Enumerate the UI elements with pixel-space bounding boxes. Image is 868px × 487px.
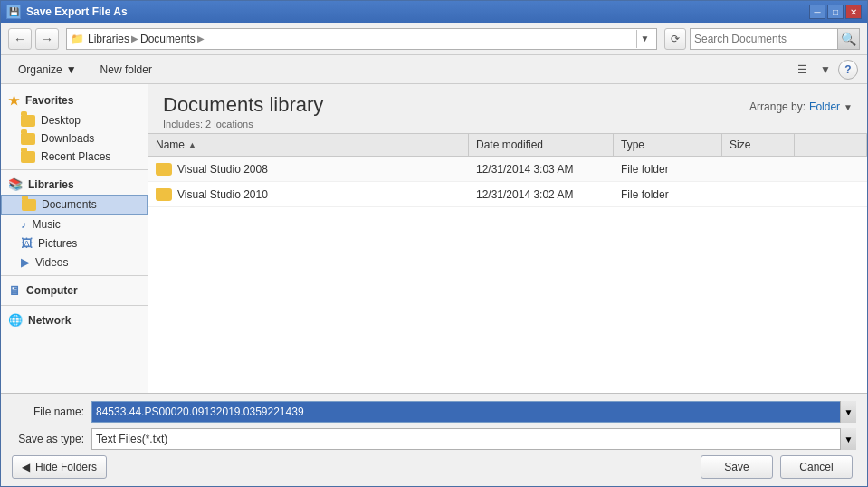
file-area: Documents library Includes: 2 locations …	[148, 84, 867, 393]
library-subtitle: Includes: 2 locations	[163, 119, 323, 129]
col-header-name[interactable]: Name ▲	[148, 134, 469, 156]
libraries-icon: 📚	[8, 177, 23, 191]
arrange-by-value[interactable]: Folder	[809, 100, 840, 113]
address-crumb: Libraries ▶ Documents ▶	[88, 33, 205, 45]
help-button[interactable]: ?	[838, 60, 858, 80]
library-info: Documents library Includes: 2 locations	[163, 93, 323, 129]
col-name-sort-icon: ▲	[188, 140, 196, 149]
videos-icon: ▶	[21, 255, 30, 269]
pictures-label: Pictures	[38, 237, 77, 250]
arrange-by-arrow[interactable]: ▼	[844, 102, 853, 112]
bottom-buttons-row: ◀ Hide Folders Save Cancel	[12, 455, 856, 479]
sidebar-item-downloads[interactable]: Downloads	[1, 129, 148, 148]
computer-icon: 🖥	[8, 283, 21, 298]
main-content: ★ Favorites Desktop Downloads Recent Pla…	[1, 84, 867, 393]
sidebar-item-music[interactable]: ♪ Music	[1, 215, 148, 234]
documents-folder-icon	[22, 199, 36, 211]
dialog-window: 💾 Save Export File As ─ □ ✕ ← → 📁 Librar…	[0, 0, 868, 487]
file-cell-type: File folder	[614, 163, 722, 176]
close-button[interactable]: ✕	[845, 5, 862, 19]
videos-label: Videos	[35, 256, 68, 269]
file-cell-date: 12/31/2014 3:03 AM	[469, 163, 614, 176]
table-row[interactable]: Visual Studio 200812/31/2014 3:03 AMFile…	[148, 157, 867, 182]
libraries-label: Libraries	[28, 178, 74, 191]
refresh-button[interactable]: ⟳	[664, 28, 686, 50]
address-bar[interactable]: 📁 Libraries ▶ Documents ▶ ▼	[66, 28, 657, 50]
toolbar: ← → 📁 Libraries ▶ Documents ▶ ▼ ⟳ 🔍	[1, 23, 867, 55]
filetype-display: Text Files(*.txt)	[91, 428, 856, 450]
sidebar-item-recent-places[interactable]: Recent Places	[1, 148, 148, 166]
organize-label: Organize	[18, 63, 62, 76]
filename-input[interactable]	[91, 401, 856, 423]
sidebar: ★ Favorites Desktop Downloads Recent Pla…	[1, 84, 148, 393]
sidebar-item-videos[interactable]: ▶ Videos	[1, 253, 148, 272]
column-headers: Name ▲ Date modified Type Size	[148, 133, 867, 157]
filetype-row: Save as type: Text Files(*.txt) ▼	[12, 428, 856, 450]
filename-dropdown-button[interactable]: ▼	[840, 401, 856, 423]
new-folder-button[interactable]: New folder	[92, 59, 160, 81]
sidebar-item-pictures[interactable]: 🖼 Pictures	[1, 234, 148, 253]
favorites-label: Favorites	[25, 94, 73, 107]
organize-button[interactable]: Organize ▼	[10, 59, 85, 81]
crumb-documents[interactable]: Documents	[140, 33, 196, 45]
col-header-date[interactable]: Date modified	[469, 134, 614, 156]
sidebar-computer-header[interactable]: 🖥 Computer	[1, 280, 148, 301]
hide-folders-label: Hide Folders	[35, 461, 97, 473]
view-list-button[interactable]: ☰	[791, 59, 813, 81]
crumb-libraries[interactable]: Libraries	[88, 33, 129, 45]
sidebar-divider-1	[1, 169, 148, 170]
address-dropdown-button[interactable]: ▼	[636, 30, 653, 48]
sidebar-libraries-header[interactable]: 📚 Libraries	[1, 174, 148, 195]
filename-input-wrapper: ▼	[91, 401, 856, 423]
music-icon: ♪	[21, 217, 27, 231]
desktop-label: Desktop	[41, 114, 81, 127]
col-header-type[interactable]: Type	[614, 134, 722, 156]
desktop-icon	[21, 115, 35, 127]
sidebar-network-header[interactable]: 🌐 Network	[1, 310, 148, 330]
action-buttons: Save Cancel	[701, 455, 856, 479]
window-icon: 💾	[6, 5, 21, 19]
file-cell-date: 12/31/2014 3:02 AM	[469, 188, 614, 201]
table-row[interactable]: Visual Studio 201012/31/2014 3:02 AMFile…	[148, 182, 867, 207]
filetype-label: Save as type:	[12, 433, 84, 445]
col-header-size[interactable]: Size	[722, 134, 795, 156]
filename-label: File name:	[12, 406, 84, 418]
filetype-value: Text Files(*.txt)	[96, 433, 167, 445]
filetype-select-wrapper: Text Files(*.txt) ▼	[91, 428, 856, 450]
title-bar-left: 💾 Save Export File As	[6, 5, 128, 19]
search-button[interactable]: 🔍	[837, 29, 859, 49]
sidebar-item-desktop[interactable]: Desktop	[1, 111, 148, 129]
cancel-button[interactable]: Cancel	[780, 455, 853, 479]
recent-places-icon	[21, 151, 35, 163]
forward-button[interactable]: →	[35, 28, 59, 50]
hide-folders-button[interactable]: ◀ Hide Folders	[12, 455, 107, 479]
file-cell-type: File folder	[614, 188, 722, 201]
file-folder-icon	[156, 188, 172, 201]
col-size-label: Size	[730, 138, 750, 151]
file-name-text: Visual Studio 2010	[177, 188, 268, 201]
search-box: 🔍	[690, 28, 860, 50]
back-button[interactable]: ←	[8, 28, 32, 50]
sidebar-divider-2	[1, 275, 148, 276]
file-list: Visual Studio 200812/31/2014 3:03 AMFile…	[148, 157, 867, 393]
sidebar-favorites-header[interactable]: ★ Favorites	[1, 90, 148, 111]
window-title: Save Export File As	[26, 5, 128, 18]
crumb-separator-2: ▶	[197, 33, 205, 43]
minimize-button[interactable]: ─	[809, 5, 825, 19]
recent-places-label: Recent Places	[41, 150, 110, 163]
view-dropdown-button[interactable]: ▼	[815, 59, 836, 81]
documents-label: Documents	[42, 198, 97, 211]
col-name-label: Name	[156, 138, 185, 151]
file-folder-icon	[156, 163, 172, 176]
arrange-by: Arrange by: Folder ▼	[749, 100, 853, 113]
title-controls: ─ □ ✕	[809, 5, 862, 19]
filetype-dropdown-button[interactable]: ▼	[840, 428, 856, 450]
view-icons: ☰ ▼ ?	[791, 59, 858, 81]
search-input[interactable]	[691, 33, 837, 45]
maximize-button[interactable]: □	[827, 5, 844, 19]
sidebar-item-documents[interactable]: Documents	[1, 195, 148, 215]
save-button[interactable]: Save	[701, 455, 773, 479]
network-label: Network	[28, 314, 71, 327]
crumb-separator-1: ▶	[131, 33, 138, 43]
col-type-label: Type	[621, 138, 644, 151]
